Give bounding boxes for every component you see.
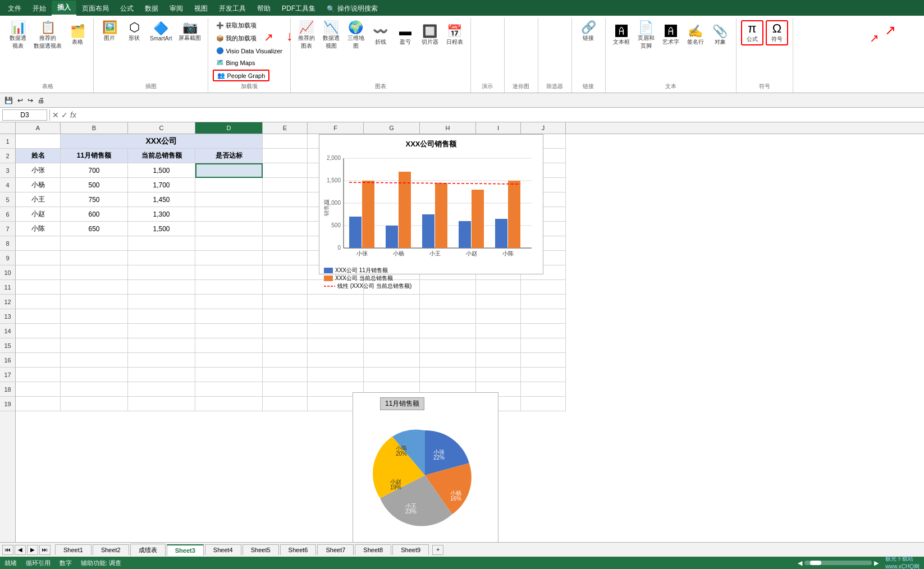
cell-D5[interactable] xyxy=(195,192,263,207)
cell-D7[interactable] xyxy=(195,222,263,236)
symbol-btn[interactable]: Ω 符号 xyxy=(766,20,788,45)
sheet-tab-sheet1[interactable]: Sheet1 xyxy=(55,544,92,555)
sheet-tab-sheet4[interactable]: Sheet4 xyxy=(205,544,241,555)
cell-19[interactable] xyxy=(521,397,566,411)
shape-btn[interactable]: ⬡ 形状 xyxy=(123,20,145,43)
cell-12[interactable] xyxy=(476,295,521,309)
cell-13[interactable] xyxy=(195,309,263,324)
header-footer-btn[interactable]: 📄 页眉和页脚 xyxy=(635,20,657,51)
bing-maps-btn[interactable]: 🗺️ Bing Maps xyxy=(213,58,258,67)
cell-A7[interactable]: 小陈 xyxy=(16,222,61,236)
cell-13[interactable] xyxy=(16,309,61,324)
row-12[interactable]: 12 xyxy=(0,295,15,309)
col-A[interactable]: A xyxy=(16,122,61,134)
cell-12[interactable] xyxy=(364,295,420,309)
cell-B1-merged[interactable]: XXX公司 xyxy=(61,134,263,149)
cell-C3[interactable]: 1,500 xyxy=(128,163,195,178)
equation-btn[interactable]: π 公式 xyxy=(741,20,763,45)
people-graph-btn[interactable]: 👥 People Graph xyxy=(213,70,269,81)
sheet-tab-sheet2[interactable]: Sheet2 xyxy=(93,544,129,555)
cell-8[interactable] xyxy=(16,236,61,251)
row-13[interactable]: 13 xyxy=(0,309,15,324)
cell-E2[interactable] xyxy=(263,149,308,163)
cell-13[interactable] xyxy=(364,309,420,324)
row-5[interactable]: 5 xyxy=(0,192,15,207)
row-7[interactable]: 7 xyxy=(0,222,15,236)
cell-15[interactable] xyxy=(61,338,128,353)
sheet-tab-sheet7[interactable]: Sheet7 xyxy=(317,544,354,555)
cell-17[interactable] xyxy=(521,368,566,382)
cell-8[interactable] xyxy=(61,236,128,251)
cell-E3[interactable] xyxy=(263,163,308,178)
cell-B2[interactable]: 11月销售额 xyxy=(61,149,128,163)
tab-prev-btn[interactable]: ◀ xyxy=(15,545,26,555)
cell-D6[interactable] xyxy=(195,207,263,222)
get-addons-btn[interactable]: ➕ 获取加载项 xyxy=(213,20,260,31)
row-15[interactable]: 15 xyxy=(0,338,15,353)
tab-data[interactable]: 数据 xyxy=(139,2,164,16)
cell-A3[interactable]: 小张 xyxy=(16,163,61,178)
cell-17[interactable] xyxy=(195,368,263,382)
cell-14[interactable] xyxy=(308,324,364,338)
add-sheet-btn[interactable]: + xyxy=(432,545,443,555)
col-G[interactable]: G xyxy=(364,122,420,134)
cell-B5[interactable]: 750 xyxy=(61,192,128,207)
formula-input[interactable] xyxy=(79,111,922,119)
sheet-tab-sheet5[interactable]: Sheet5 xyxy=(243,544,279,555)
cell-9[interactable] xyxy=(61,251,128,265)
cell-13[interactable] xyxy=(308,309,364,324)
cell-14[interactable] xyxy=(263,324,308,338)
cell-14[interactable] xyxy=(364,324,420,338)
cell-12[interactable] xyxy=(128,295,195,309)
cell-14[interactable] xyxy=(420,324,476,338)
cell-13[interactable] xyxy=(61,309,128,324)
cell-9[interactable] xyxy=(263,251,308,265)
visio-btn[interactable]: 🔵 Visio Data Visualizer xyxy=(213,46,285,56)
cell-16[interactable] xyxy=(128,353,195,368)
cell-E7[interactable] xyxy=(263,222,308,236)
cell-E6[interactable] xyxy=(263,207,308,222)
cell-D3[interactable] xyxy=(195,163,263,178)
col-I[interactable]: I xyxy=(476,122,521,134)
row-4[interactable]: 4 xyxy=(0,178,15,192)
cell-12[interactable] xyxy=(195,295,263,309)
cell-15[interactable] xyxy=(476,338,521,353)
cell-9[interactable] xyxy=(195,251,263,265)
tab-next-btn[interactable]: ▶ xyxy=(27,545,38,555)
cell-17[interactable] xyxy=(16,368,61,382)
col-D[interactable]: D xyxy=(195,122,263,134)
profit-btn[interactable]: ▬ 盈亏 xyxy=(394,24,417,47)
cell-10[interactable] xyxy=(195,265,263,280)
sheet-tab-sheet6[interactable]: Sheet6 xyxy=(280,544,317,555)
cell-A2[interactable]: 姓名 xyxy=(16,149,61,163)
col-C[interactable]: C xyxy=(128,122,195,134)
cell-A5[interactable]: 小王 xyxy=(16,192,61,207)
smartart-btn[interactable]: 🔷 SmartArt xyxy=(148,21,174,43)
scroll-left-icon[interactable]: ◀ xyxy=(798,559,802,567)
cell-C5[interactable]: 1,450 xyxy=(128,192,195,207)
cell-13[interactable] xyxy=(420,309,476,324)
picture-btn[interactable]: 🖼️ 图片 xyxy=(98,20,121,43)
cell-12[interactable] xyxy=(16,295,61,309)
cell-14[interactable] xyxy=(61,324,128,338)
cell-13[interactable] xyxy=(263,309,308,324)
cell-15[interactable] xyxy=(128,338,195,353)
row-10[interactable]: 10 xyxy=(0,265,15,280)
cell-16[interactable] xyxy=(16,353,61,368)
cell-11[interactable] xyxy=(263,280,308,295)
cancel-formula-icon[interactable]: ✕ xyxy=(52,111,59,120)
cell-C2[interactable]: 当前总销售额 xyxy=(128,149,195,163)
cell-11[interactable] xyxy=(195,280,263,295)
cell-D2[interactable]: 是否达标 xyxy=(195,149,263,163)
cell-8[interactable] xyxy=(195,236,263,251)
cell-12[interactable] xyxy=(420,295,476,309)
cell-16[interactable] xyxy=(420,353,476,368)
undo-btn[interactable]: ↩ xyxy=(17,97,23,104)
cell-D4[interactable] xyxy=(195,178,263,192)
cell-18[interactable] xyxy=(263,382,308,397)
row-6[interactable]: 6 xyxy=(0,207,15,222)
cell-11[interactable] xyxy=(16,280,61,295)
col-E[interactable]: E xyxy=(263,122,308,134)
cell-19[interactable] xyxy=(16,397,61,411)
cell-17[interactable] xyxy=(61,368,128,382)
